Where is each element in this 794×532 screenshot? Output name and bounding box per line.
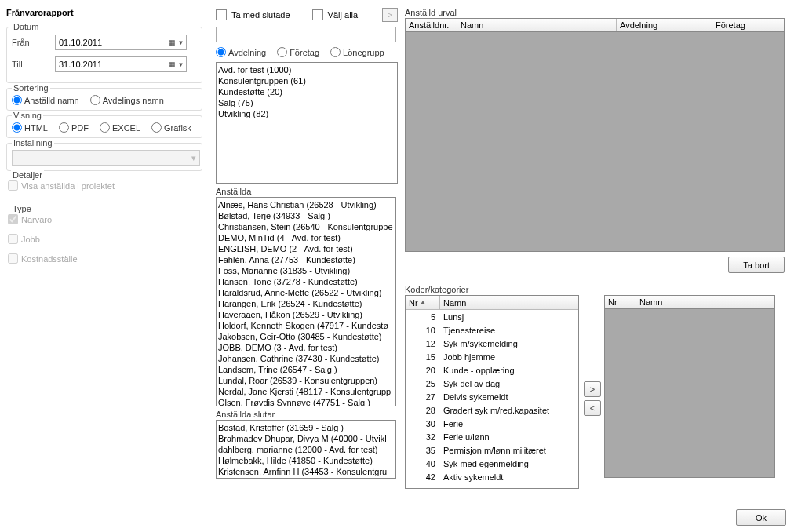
list-item[interactable]: Olsen, Frøydis Synnøve (47751 - Salg ) <box>218 397 394 406</box>
view-legend: Visning <box>12 111 43 120</box>
list-item[interactable]: Brahmadev Dhupar, Divya M (40000 - Utvik… <box>218 433 394 444</box>
date-to-field[interactable] <box>59 60 167 69</box>
list-item[interactable]: Fahlén, Anna (27753 - Kundestøtte) <box>218 254 394 265</box>
sort-employee[interactable]: Anställd namn <box>12 95 79 105</box>
sort-asc-icon <box>421 301 425 304</box>
type-group: Type Närvaro Jobb Kostnadsställe <box>6 210 202 278</box>
col-nr[interactable]: Anställdnr. <box>406 19 457 31</box>
date-to[interactable]: ▦ ▼ <box>55 56 187 72</box>
col-foretag[interactable]: Företag <box>712 19 784 31</box>
chevron-down-icon: ▾ <box>191 153 196 163</box>
calendar-icon[interactable]: ▦ <box>167 37 177 48</box>
code-row[interactable]: 35Permisjon m/lønn militæret <box>406 443 578 457</box>
calendar-icon[interactable]: ▦ <box>167 59 177 70</box>
sort-group: Sortering Anställd namn Avdelings namn <box>6 88 202 111</box>
sort-legend: Sortering <box>12 83 50 93</box>
code-row[interactable]: 32Ferie u/lønn <box>406 430 578 443</box>
list-item[interactable]: Alnæs, Hans Christian (26528 - Utvikling… <box>218 199 394 210</box>
list-item[interactable]: Lundal, Roar (26539 - Konsulentgruppen) <box>218 375 394 386</box>
chevron-down-icon[interactable]: ▼ <box>177 61 184 68</box>
list-item[interactable]: Harangen, Erik (26524 - Kundestøtte) <box>218 298 394 309</box>
filter-avdeling[interactable]: Avdelning <box>216 47 266 57</box>
ta-bort-button[interactable]: Ta bort <box>728 257 785 273</box>
sel-codes-col-namn[interactable]: Namn <box>636 296 774 308</box>
code-row[interactable]: 40Syk med egenmelding <box>406 457 578 470</box>
settings-group: Inställning ▾ <box>6 143 202 171</box>
list-item[interactable]: Jakobsen, Geir-Otto (30485 - Kundestøtte… <box>218 331 394 342</box>
list-item[interactable]: JOBB, DEMO (3 - Avd. for test) <box>218 342 394 353</box>
code-row[interactable]: 15Jobb hjemme <box>406 350 578 363</box>
list-item[interactable]: Kundestøtte (20) <box>218 86 395 97</box>
list-item[interactable]: Salg (75) <box>218 97 395 108</box>
ending-list[interactable]: Bostad, Kristoffer (31659 - Salg )Brahma… <box>216 420 396 479</box>
sort-department[interactable]: Avdelings namn <box>90 95 164 105</box>
code-row[interactable]: 30Ferie <box>406 417 578 430</box>
view-html[interactable]: HTML <box>12 122 48 133</box>
filter-foretag[interactable]: Företag <box>277 47 319 57</box>
selection-header: Anställdnr. Namn Avdelning Företag <box>405 18 785 32</box>
code-row[interactable]: 27Delvis sykemeldt <box>406 390 578 403</box>
sel-codes-col-nr[interactable]: Nr <box>605 296 636 308</box>
arrow-button[interactable]: > <box>382 8 398 22</box>
list-item[interactable]: DEMO, MinTid (4 - Avd. for test) <box>218 232 394 243</box>
filter-lonegrupp[interactable]: Lönegrupp <box>330 47 384 57</box>
move-right-button[interactable]: > <box>584 381 601 397</box>
list-item[interactable]: Haraldsrud, Anne-Mette (26522 - Utviklin… <box>218 287 394 298</box>
list-item[interactable]: Holdorf, Kenneth Skogen (47917 - Kundest… <box>218 320 394 331</box>
settings-legend: Inställning <box>12 138 54 148</box>
codes-col-nr[interactable]: Nr <box>406 296 440 309</box>
date-from-field[interactable] <box>59 38 167 47</box>
list-item[interactable]: ENGLISH, DEMO (2 - Avd. for test) <box>218 243 394 254</box>
employees-label: Anställda <box>216 187 398 196</box>
codes-list[interactable]: Nr Namn 5Lunsj10Tjenestereise12Syk m/syk… <box>405 295 579 489</box>
selected-codes-body[interactable] <box>604 309 775 478</box>
codes-col-namn[interactable]: Namn <box>440 296 578 309</box>
code-row[interactable]: 28Gradert syk m/red.kapasitet <box>406 403 578 417</box>
list-item[interactable]: Landsem, Trine (26547 - Salg ) <box>218 364 394 375</box>
list-item[interactable]: Johansen, Cathrine (37430 - Kundestøtte) <box>218 353 394 364</box>
list-item[interactable]: Haveraaen, Håkon (26529 - Utvikling) <box>218 309 394 320</box>
code-row[interactable]: 42Aktiv sykemeldt <box>406 470 578 483</box>
date-legend: Datum <box>12 22 40 31</box>
code-row[interactable]: 10Tjenestereise <box>406 323 578 337</box>
list-item[interactable]: Foss, Marianne (31835 - Utvikling) <box>218 265 394 276</box>
code-row[interactable]: 5Lunsj <box>406 310 578 323</box>
list-item[interactable]: Bostad, Kristoffer (31659 - Salg ) <box>218 422 394 433</box>
codes-label: Koder/kategorier <box>405 285 785 294</box>
col-avd[interactable]: Avdelning <box>617 19 712 31</box>
list-item[interactable]: Kristensen, Arnfinn H (34453 - Konsulent… <box>218 466 394 477</box>
select-all-check[interactable] <box>312 9 323 20</box>
list-item[interactable]: Utvikling (82) <box>218 108 395 119</box>
details-legend: Detaljer <box>11 170 44 180</box>
departments-list[interactable]: Avd. for test (1000)Konsulentgruppen (61… <box>216 62 398 184</box>
search-input[interactable] <box>216 27 396 42</box>
code-row[interactable]: 25Syk del av dag <box>406 377 578 390</box>
chevron-down-icon[interactable]: ▼ <box>177 39 184 46</box>
jobb-check: Jobb <box>8 234 201 244</box>
view-graphic[interactable]: Grafisk <box>151 122 191 133</box>
employees-list[interactable]: Alnæs, Hans Christian (26528 - Utvikling… <box>216 197 396 406</box>
list-item[interactable]: Hansen, Tone (37278 - Kundestøtte) <box>218 276 394 287</box>
list-item[interactable]: Nerdal, Jane Kjersti (48117 - Konsulentg… <box>218 386 394 397</box>
list-item[interactable]: Christiansen, Stein (26540 - Konsulentgr… <box>218 221 394 232</box>
code-row[interactable]: 20Kunde - opplæring <box>406 363 578 377</box>
list-item[interactable]: Konsulentgruppen (61) <box>218 75 395 86</box>
ok-button[interactable]: Ok <box>736 509 786 526</box>
date-from[interactable]: ▦ ▼ <box>55 35 187 50</box>
col-namn[interactable]: Namn <box>457 19 617 31</box>
include-ended-check[interactable] <box>216 9 227 20</box>
to-label: Till <box>12 60 55 69</box>
list-item[interactable]: dahlberg, marianne (12000 - Avd. for tes… <box>218 444 394 455</box>
move-left-button[interactable]: < <box>584 400 601 416</box>
view-pdf[interactable]: PDF <box>59 122 89 133</box>
details-group: Detaljer Visa anställda i proiektet <box>6 176 202 205</box>
settings-combo: ▾ <box>12 150 200 166</box>
view-excel[interactable]: EXCEL <box>100 122 140 133</box>
list-item[interactable]: Moreno Oviedo, Fernando (26526 - Utvikli… <box>218 477 394 479</box>
list-item[interactable]: Hølmebakk, Hilde (41850 - Kundestøtte) <box>218 455 394 466</box>
narvaro-check: Närvaro <box>8 214 201 224</box>
selection-body[interactable] <box>405 32 785 252</box>
list-item[interactable]: Avd. for test (1000) <box>218 64 395 75</box>
code-row[interactable]: 12Syk m/sykemelding <box>406 337 578 350</box>
list-item[interactable]: Bølstad, Terje (34933 - Salg ) <box>218 210 394 221</box>
